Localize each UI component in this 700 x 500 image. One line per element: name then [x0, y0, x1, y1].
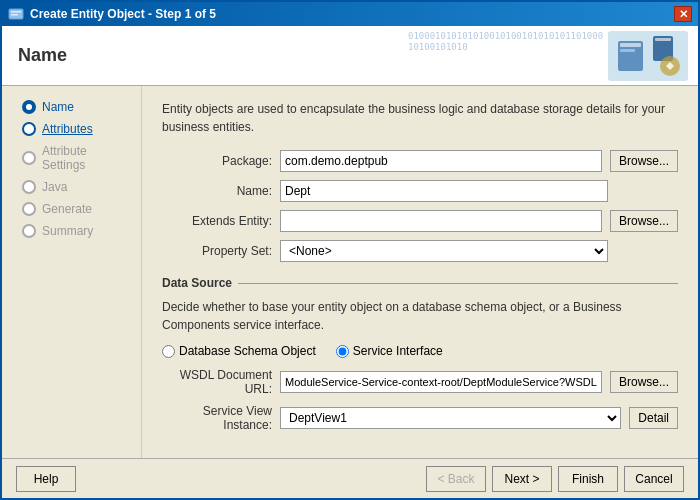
finish-button[interactable]: Finish [558, 466, 618, 492]
title-bar-left: Create Entity Object - Step 1 of 5 [8, 6, 216, 22]
header-bg-text: 0100010101010100101001010101011010001010… [408, 31, 608, 53]
header-title: Name [18, 45, 67, 66]
package-label: Package: [162, 154, 272, 168]
wsdl-label: WSDL Document URL: [162, 368, 272, 396]
name-input[interactable] [280, 180, 608, 202]
svg-rect-6 [620, 49, 635, 52]
radio-db-label[interactable]: Database Schema Object [162, 344, 316, 358]
wsdl-browse-button[interactable]: Browse... [610, 371, 678, 393]
sidebar-bullet-summary [22, 224, 36, 238]
sidebar: Name Attributes Attribute Settings Java … [2, 86, 142, 458]
sidebar-bullet-name [22, 100, 36, 114]
sidebar-bullet-attributes [22, 122, 36, 136]
back-button[interactable]: < Back [426, 466, 486, 492]
service-view-select[interactable]: DeptView1 [280, 407, 621, 429]
sidebar-item-attribute-settings: Attribute Settings [2, 140, 141, 176]
extends-row: Extends Entity: Browse... [162, 210, 678, 232]
content-area: Name Attributes Attribute Settings Java … [2, 86, 698, 458]
sidebar-label-attribute-settings: Attribute Settings [42, 144, 131, 172]
wsdl-input[interactable] [280, 371, 602, 393]
extends-label: Extends Entity: [162, 214, 272, 228]
radio-db[interactable] [162, 345, 175, 358]
sidebar-label-generate: Generate [42, 202, 92, 216]
sidebar-item-summary: Summary [2, 220, 141, 242]
radio-service[interactable] [336, 345, 349, 358]
radio-row: Database Schema Object Service Interface [162, 344, 678, 358]
package-browse-button[interactable]: Browse... [610, 150, 678, 172]
detail-button[interactable]: Detail [629, 407, 678, 429]
property-row: Property Set: <None> [162, 240, 678, 262]
datasource-section-title: Data Source [162, 276, 678, 290]
footer-right: < Back Next > Finish Cancel [426, 466, 684, 492]
main-content: Entity objects are used to encapsulate t… [142, 86, 698, 458]
svg-rect-8 [655, 38, 671, 41]
footer: Help < Back Next > Finish Cancel [2, 458, 698, 498]
sidebar-bullet-generate [22, 202, 36, 216]
property-select[interactable]: <None> [280, 240, 608, 262]
service-view-label: Service View Instance: [162, 404, 272, 432]
radio-service-label[interactable]: Service Interface [336, 344, 443, 358]
sidebar-item-attributes[interactable]: Attributes [2, 118, 141, 140]
svg-rect-1 [11, 11, 21, 13]
extends-browse-button[interactable]: Browse... [610, 210, 678, 232]
help-button[interactable]: Help [16, 466, 76, 492]
sidebar-item-generate: Generate [2, 198, 141, 220]
title-bar: Create Entity Object - Step 1 of 5 ✕ [2, 2, 698, 26]
svg-rect-2 [11, 14, 18, 16]
radio-db-text: Database Schema Object [179, 344, 316, 358]
next-button[interactable]: Next > [492, 466, 552, 492]
package-row: Package: Browse... [162, 150, 678, 172]
name-label: Name: [162, 184, 272, 198]
svg-rect-5 [620, 43, 641, 47]
package-input[interactable] [280, 150, 602, 172]
window-title: Create Entity Object - Step 1 of 5 [30, 7, 216, 21]
wsdl-row: WSDL Document URL: Browse... [162, 368, 678, 396]
radio-service-text: Service Interface [353, 344, 443, 358]
sidebar-label-java: Java [42, 180, 67, 194]
main-window: Create Entity Object - Step 1 of 5 ✕ Nam… [0, 0, 700, 500]
sidebar-bullet-java [22, 180, 36, 194]
header-area: Name 01000101010101001010010101010110100… [2, 26, 698, 86]
description-text: Entity objects are used to encapsulate t… [162, 100, 678, 136]
sidebar-label-attributes: Attributes [42, 122, 93, 136]
sidebar-label-summary: Summary [42, 224, 93, 238]
datasource-title-text: Data Source [162, 276, 232, 290]
cancel-button[interactable]: Cancel [624, 466, 684, 492]
sidebar-item-java: Java [2, 176, 141, 198]
name-row: Name: [162, 180, 678, 202]
service-view-row: Service View Instance: DeptView1 Detail [162, 404, 678, 432]
extends-input[interactable] [280, 210, 602, 232]
close-button[interactable]: ✕ [674, 6, 692, 22]
sidebar-bullet-attribute-settings [22, 151, 36, 165]
sidebar-label-name: Name [42, 100, 74, 114]
datasource-description: Decide whether to base your entity objec… [162, 298, 678, 334]
property-label: Property Set: [162, 244, 272, 258]
sidebar-item-name[interactable]: Name [2, 96, 141, 118]
header-decoration [608, 31, 688, 81]
window-icon [8, 6, 24, 22]
